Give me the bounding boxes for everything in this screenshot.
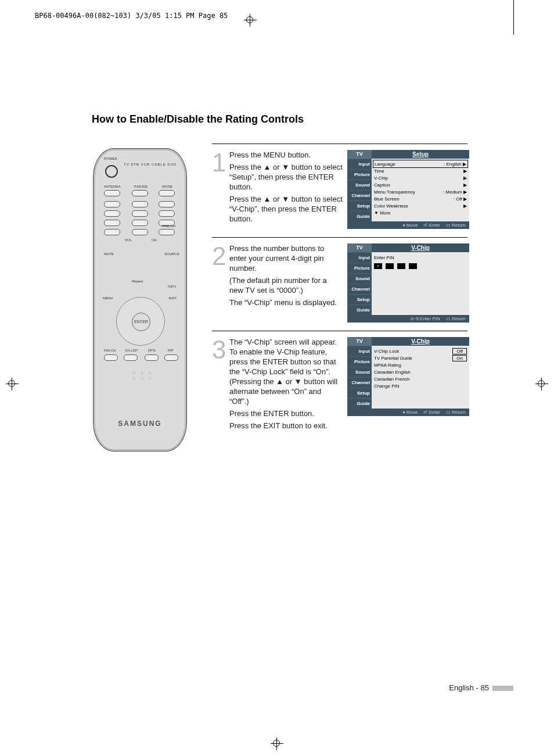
step-number: 1 bbox=[212, 150, 229, 175]
pmode-button bbox=[132, 190, 148, 196]
favch-label: FAV.CH bbox=[104, 349, 116, 352]
num-3 bbox=[159, 201, 175, 207]
mute-label: MUTE bbox=[104, 252, 114, 256]
crop-mark-right bbox=[535, 378, 548, 390]
step-number: 3 bbox=[212, 337, 229, 363]
num-1 bbox=[104, 201, 120, 207]
mode-row-label: TV STB VCR CABLE DVD bbox=[124, 163, 177, 166]
step-number: 2 bbox=[212, 243, 229, 269]
osd-setup-main: Language: English ▶ Time▶ V-Chip▶ Captio… bbox=[372, 159, 469, 221]
repeat-label: Repeat bbox=[132, 280, 143, 283]
dot-row-1: ○ ○ ○○ ○ ○ bbox=[132, 370, 153, 381]
crop-rule bbox=[513, 0, 514, 35]
osd-vchip-menu: TVV-Chip Input Picture Sound Channel Set… bbox=[347, 337, 469, 416]
mts-label: MTS bbox=[148, 349, 156, 352]
mode-button bbox=[159, 190, 175, 196]
prech-button bbox=[159, 229, 175, 235]
step-text: Press the number buttons to enter your c… bbox=[229, 243, 347, 310]
crop-mark-top bbox=[244, 14, 257, 27]
osd-vchip-pin: TVV-Chip Input Picture Sound Channel Set… bbox=[347, 243, 469, 323]
remote-illustration: POWER TV STB VCR CABLE DVD ANTENNA P.MOD… bbox=[93, 148, 187, 452]
num-2 bbox=[132, 201, 148, 207]
prech-label: PRE-CH bbox=[162, 224, 175, 228]
step-2: 2 Press the number buttons to enter your… bbox=[212, 238, 467, 331]
favch-button bbox=[104, 354, 118, 361]
num-8 bbox=[132, 220, 148, 226]
num-4 bbox=[104, 210, 120, 217]
ch-label: CH bbox=[152, 238, 157, 242]
print-header: BP68-00496A-00(082~103) 3/3/05 1:15 PM P… bbox=[35, 12, 228, 20]
antenna-label: ANTENNA bbox=[104, 185, 121, 188]
chlist-label: CH.LIST bbox=[125, 349, 138, 352]
chlist-button bbox=[124, 354, 138, 361]
power-label: POWER bbox=[104, 157, 117, 160]
info-label: INFO bbox=[168, 285, 176, 288]
osd-setup: TVSetup Input Picture Sound Channel Setu… bbox=[347, 150, 469, 229]
step-3: 3 The “V-Chip” screen will appear. To en… bbox=[212, 331, 467, 441]
num-0 bbox=[132, 229, 148, 235]
dash-button bbox=[104, 229, 120, 235]
exit-label: EXIT bbox=[169, 296, 177, 300]
num-5 bbox=[132, 210, 148, 217]
osd-vchip-main: V-Chip LockOff TV Parental GuideOn MPAA … bbox=[372, 346, 469, 409]
crop-mark-bottom bbox=[271, 737, 283, 750]
brand-logo: SAMSUNG bbox=[93, 420, 186, 428]
pmode-label: P.MODE bbox=[134, 185, 148, 188]
steps-column: 1 Press the MENU button. Press the ▲ or … bbox=[212, 144, 467, 441]
source-label: SOURCE bbox=[164, 252, 179, 256]
num-7 bbox=[104, 220, 120, 226]
vol-label: VOL bbox=[125, 238, 132, 242]
crop-mark-left bbox=[6, 378, 19, 390]
pin-boxes: * bbox=[374, 263, 467, 269]
osd-pin-main: Enter PIN * bbox=[372, 252, 469, 315]
step-text: Press the MENU button. Press the ▲ or ▼ … bbox=[229, 150, 347, 226]
dpad: ENTER bbox=[116, 297, 165, 346]
footer-bar-icon bbox=[492, 686, 513, 691]
num-6 bbox=[159, 210, 175, 217]
power-button-icon bbox=[105, 165, 118, 178]
antenna-button bbox=[104, 190, 120, 196]
pip-label: PIP bbox=[168, 349, 174, 352]
enter-button: ENTER bbox=[132, 313, 150, 331]
mode-label: MODE bbox=[162, 185, 172, 188]
mts-button bbox=[145, 354, 159, 361]
pip-button bbox=[164, 354, 178, 361]
step-1: 1 Press the MENU button. Press the ▲ or … bbox=[212, 144, 467, 238]
menu-label: MENU bbox=[103, 296, 113, 300]
page-footer: English - 85 bbox=[449, 683, 513, 692]
step-text: The “V-Chip” screen will appear. To enab… bbox=[229, 337, 347, 433]
page-title: How to Enable/Disable the Rating Control… bbox=[92, 113, 304, 126]
